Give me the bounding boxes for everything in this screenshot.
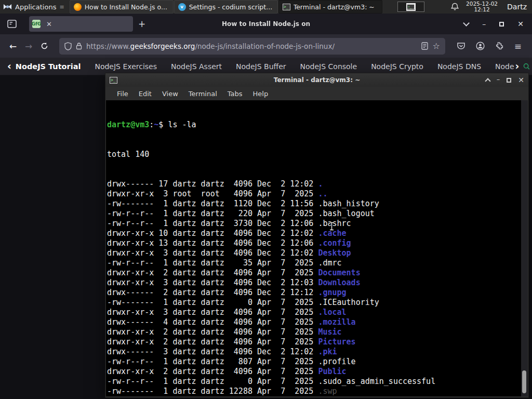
terminal-icon: >_: [110, 77, 117, 84]
site-nav-link[interactable]: NodeJS Tutorial: [16, 62, 81, 71]
taskbar-window-label: Terminal - dartz@vm3: ~: [294, 3, 375, 11]
lock-icon[interactable]: [76, 42, 82, 50]
nav-scroll-right-icon[interactable]: ›: [515, 61, 520, 71]
applications-menu[interactable]: Applications ≡: [0, 0, 70, 14]
listing-details: -rw-r--r-- 1 dartz dartz 220 Apr 7 2025: [107, 209, 318, 218]
listing-filename: .ICEauthority: [318, 298, 379, 307]
browser-maximize-button[interactable]: [499, 22, 504, 26]
terminal-maximize-button[interactable]: [507, 78, 511, 83]
listing-details: -rw-r--r-- 1 dartz dartz 807 Apr 7 2025: [107, 357, 318, 366]
site-nav-link[interactable]: NodeJS Console: [300, 62, 357, 71]
site-nav-link[interactable]: NodeJS Assert: [171, 62, 222, 71]
url-domain: geeksforgeeks.org: [130, 42, 195, 50]
listing-details: drwxr-xr-x 3 dartz dartz 4096 Dec 2 12:0…: [107, 278, 318, 287]
firefox-view-icon[interactable]: [5, 17, 19, 31]
listing-details: drwxr-xr-x 3 dartz dartz 4096 Apr 7 2025: [107, 308, 318, 317]
terminal-screen[interactable]: dartz@vm3:~$ ls -la total 140 drwx------…: [106, 100, 522, 396]
taskbar-window-button[interactable]: How to Install Node.js o...: [70, 0, 174, 14]
search-icon[interactable]: [523, 62, 530, 71]
terminal-output-row: drwx------ 3 dartz dartz 4096 Dec 2 12:0…: [107, 347, 522, 357]
site-nav-link[interactable]: NodeJS Buffer: [236, 62, 286, 71]
panel-clock[interactable]: 2025-12-02 12:12: [466, 1, 498, 12]
panel-username[interactable]: Dartz: [505, 3, 527, 11]
browser-toolbar: ← → https://www.geeksforgeeks.org/node-j…: [0, 34, 532, 58]
listing-details: -rw-r--r-- 1 dartz dartz 3730 Dec 2 12:0…: [107, 219, 318, 228]
terminal-menu-item[interactable]: File: [112, 88, 134, 99]
taskbar-window-button[interactable]: >_Terminal - dartz@vm3: ~: [278, 0, 382, 14]
terminal-output-row: drwxr-xr-x 3 dartz dartz 4096 Dec 2 12:0…: [107, 278, 522, 288]
url-text[interactable]: https://www.geeksforgeeks.org/node-js/in…: [86, 42, 417, 50]
tab-title: How to Install Node.js on: [0, 20, 532, 28]
applications-label: Applications: [15, 3, 56, 11]
browser-close-button[interactable]: ✕: [517, 20, 524, 28]
site-nav-link[interactable]: Node: [495, 62, 514, 71]
listing-details: drwx------ 4 dartz dartz 4096 Apr 7 2025: [107, 317, 318, 327]
list-all-tabs-icon[interactable]: [463, 20, 470, 26]
terminal-minimize-button[interactable]: –: [497, 75, 500, 83]
terminal-scrollbar-thumb[interactable]: [522, 370, 526, 393]
terminal-output-row: drwx------ 17 dartz dartz 4096 Dec 2 12:…: [107, 179, 522, 189]
terminal-menu-item[interactable]: Terminal: [183, 88, 222, 99]
account-icon[interactable]: [476, 42, 485, 50]
terminal-output-row: drwxr-xr-x 3 dartz dartz 4096 Apr 7 2025…: [107, 308, 522, 317]
terminal-scrollbar[interactable]: [521, 100, 528, 396]
terminal-menu-item[interactable]: Help: [248, 88, 274, 99]
tab-close-icon[interactable]: ✕: [44, 20, 54, 29]
url-bar[interactable]: https://www.geeksforgeeks.org/node-js/in…: [59, 38, 445, 55]
site-nav-link[interactable]: NodeJS Exercises: [95, 62, 157, 71]
terminal-window: >_ Terminal - dartz@vm3: ~ – ✕ FileEditV…: [105, 73, 529, 398]
terminal-close-button[interactable]: ✕: [518, 76, 524, 84]
reader-view-icon[interactable]: [421, 42, 428, 50]
bookmark-star-icon[interactable]: ☆: [432, 41, 440, 51]
site-nav-link[interactable]: NodeJS DNS: [437, 62, 481, 71]
terminal-output-row: -rw------- 1 dartz dartz 0 Apr 7 2025 .I…: [107, 298, 522, 308]
site-nav-link[interactable]: NodeJS Crypto: [371, 62, 423, 71]
pocket-icon[interactable]: [457, 42, 466, 50]
forward-button[interactable]: →: [21, 38, 36, 54]
listing-details: drwxr-xr-x 3 dartz dartz 4096 Dec 2 12:0…: [107, 248, 318, 258]
url-path: /node-js/installation-of-node-js-on-linu…: [195, 42, 335, 50]
terminal-titlebar[interactable]: >_ Terminal - dartz@vm3: ~ – ✕: [105, 73, 528, 87]
terminal-total-line: total 140: [107, 150, 522, 159]
workspace-pager[interactable]: >_: [397, 2, 424, 12]
listing-filename: .gnupg: [318, 288, 346, 297]
terminal-output-row: -rw-r--r-- 1 dartz dartz 807 Apr 7 2025 …: [107, 357, 522, 367]
menu-icon[interactable]: ≡: [514, 41, 522, 51]
listing-filename: .bash_history: [318, 199, 379, 208]
nav-scroll-left-icon[interactable]: ‹: [7, 61, 11, 71]
shield-icon[interactable]: [64, 42, 72, 50]
listing-filename: Pictures: [318, 337, 355, 347]
listing-details: -rw-r--r-- 1 dartz dartz 35 Apr 7 2025: [107, 258, 318, 268]
new-tab-button[interactable]: +: [133, 18, 151, 30]
site-nav-links: NodeJS TutorialNodeJS ExercisesNodeJS As…: [16, 62, 514, 71]
listing-details: drwxr-xr-x 3 root root 4096 Apr 7 2025: [107, 189, 318, 198]
terminal-shade-button[interactable]: [485, 78, 490, 84]
terminal-output-row: drwx------ 2 dartz dartz 4096 Dec 2 12:1…: [107, 288, 522, 298]
listing-filename: .pki: [318, 347, 337, 356]
url-prefix: https://www.: [86, 42, 130, 50]
taskbar-window-button[interactable]: vSettings - codium script...: [174, 0, 278, 14]
listing-details: drwxr-xr-x 2 dartz dartz 4096 Apr 7 2025: [107, 268, 318, 277]
listing-details: drwx------ 3 dartz dartz 4096 Dec 2 12:0…: [107, 347, 318, 356]
listing-filename: .mozilla: [318, 317, 355, 327]
reload-button[interactable]: [36, 38, 52, 54]
terminal-output-row: -rw-r--r-- 1 dartz dartz 220 Apr 7 2025 …: [107, 209, 522, 219]
browser-minimize-button[interactable]: –: [482, 20, 486, 28]
terminal-menu-item[interactable]: Edit: [134, 88, 157, 99]
clock-time: 12:12: [466, 7, 498, 12]
terminal-output-row: drwxr-xr-x 2 dartz dartz 4096 Apr 7 2025…: [107, 327, 522, 337]
pager-active-window: >_: [406, 3, 416, 11]
listing-details: -rw-r--r-- 1 dartz dartz 0 Apr 7 2025: [107, 377, 318, 386]
notification-bell-icon[interactable]: [451, 3, 459, 11]
listing-details: drwxr-xr-x 2 dartz dartz 4096 Apr 7 2025: [107, 327, 318, 337]
browser-tab-bar: GfG How to Install Node.js on ✕ + – ✕: [0, 14, 532, 34]
back-button[interactable]: ←: [5, 38, 21, 54]
terminal-menu-item[interactable]: Tabs: [222, 88, 248, 99]
extensions-icon[interactable]: [495, 42, 504, 50]
terminal-output-row: drwxr-xr-x 3 root root 4096 Apr 7 2025 .…: [107, 189, 522, 199]
prompt-cwd: ~: [154, 120, 158, 129]
firefox-icon: [74, 3, 82, 11]
browser-tab[interactable]: GfG How to Install Node.js on ✕: [29, 16, 133, 32]
terminal-menu-item[interactable]: View: [157, 88, 183, 99]
listing-filename: Desktop: [318, 248, 351, 258]
